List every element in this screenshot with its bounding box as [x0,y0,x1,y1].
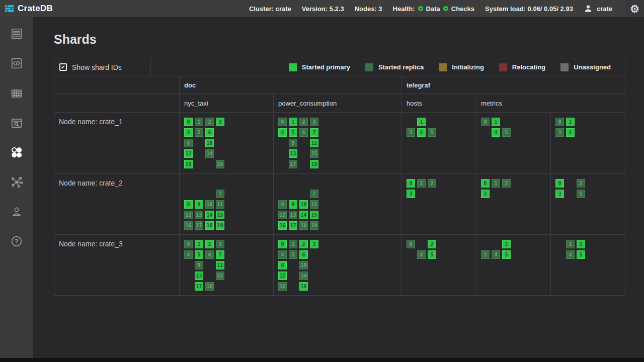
shard-cell-metrics_p1: 0145 [476,113,551,173]
shard-square: 13 [195,272,203,280]
shard-grid: 012345681012141618 [278,240,401,295]
shard-cell-power_consumption: 012345681012141618 [274,235,402,295]
shard-grid: 0245 [407,240,476,295]
shard-square: 1 [566,240,575,248]
health-checks-ok-icon [443,6,448,11]
node-row: Node name: crate_10123456810121416190123… [54,113,625,174]
schema-header-doc: doc [180,76,402,94]
shard-square: 14 [205,149,214,158]
table-header-spacer [54,94,180,112]
shard-square: 9 [289,139,297,147]
shard-grid: 1245 [555,240,625,295]
shard-grid: 0145 [481,118,550,173]
shard-square: 5 [289,250,297,259]
shard-square: 19 [216,221,224,230]
shard-cell-nyc_taxi: 0123456791113151718 [180,235,274,295]
shard-grid: 0123 [407,179,476,234]
table-header-power-consumption: power_consumption [274,94,402,112]
shard-square: 2 [205,240,214,248]
shard-square: 6 [299,128,308,137]
shard-square: 0 [481,179,490,188]
shard-square: 10 [299,261,308,269]
shard-cell-nyc_taxi: 78910111213141516171819 [180,174,274,234]
user-menu[interactable]: crate [584,4,614,13]
shard-square: 6 [205,250,214,259]
shard-square: 10 [205,139,214,147]
table-header-hosts: hosts [402,94,476,112]
shard-square: 3 [310,240,318,248]
shard-square: 11 [310,200,318,209]
cluster-name: Cluster: crate [249,5,291,13]
shard-square: 2 [502,179,511,188]
shard-square: 1 [289,240,297,248]
node-row: Node name: crate_30123456791113151718012… [54,235,625,295]
node-row: Node name: crate_27891011121314151617181… [54,174,625,235]
shard-square: 15 [216,211,224,219]
tables-icon [10,87,23,100]
shard-square: 4 [566,128,575,137]
sidebar-item-overview[interactable] [0,25,33,42]
shard-cell-power_consumption: 78910111213141516171819 [274,174,402,234]
legend-item: Relocating [499,63,545,71]
shard-square: 7 [216,250,224,259]
version: Version: 5.2.3 [302,5,344,13]
shard-square: 4 [278,250,287,259]
shard-square: 14 [205,211,214,219]
shard-square: 11 [310,139,318,147]
logo-text: CrateDB [18,4,53,14]
shard-square: 1 [566,118,575,126]
legend-item: Initializing [439,63,484,71]
shard-grid: 0123456791113151719 [278,118,401,173]
shard-square: 0 [481,118,490,126]
shard-square: 2 [502,240,511,248]
shard-square: 2 [428,179,436,188]
sidebar-item-console[interactable] [0,55,33,72]
shard-square: 18 [205,221,214,230]
shard-square: 18 [299,282,308,291]
overview-icon [10,27,23,40]
shard-cell-metrics_p2: 0235 [551,174,625,234]
sidebar-item-cluster[interactable] [0,173,33,191]
shard-square: 2 [205,118,214,126]
schema-header-spacer [54,76,180,94]
shard-square: 19 [310,221,318,230]
shard-square: 12 [278,211,287,219]
shard-square: 3 [216,240,224,248]
cratedb-logo[interactable]: CrateDB [5,4,53,14]
shard-square: 13 [195,211,203,219]
shard-square: 6 [299,250,308,259]
sidebar-item-tables[interactable] [0,85,33,102]
help-icon: ? [10,235,23,248]
shard-square: 19 [310,160,318,168]
legend-item: Started replica [365,63,424,71]
health-data-label: Data [426,5,440,13]
legend-swatch [439,63,447,71]
shard-square: 4 [417,128,426,137]
shard-square: 0 [184,240,193,248]
shard-square: 8 [184,200,193,209]
shard-cell-metrics_p2: 0134 [551,113,625,173]
shard-square: 1 [417,118,426,126]
sidebar-item-shards[interactable] [0,144,33,161]
shard-square: 3 [407,190,415,198]
health-status: Health: Data Checks [393,5,475,13]
schema-header-telegraf: telegraf [402,76,625,94]
shard-square: 7 [310,128,318,137]
shard-cell-hosts: 0245 [402,235,476,295]
shard-square: 8 [278,261,287,269]
show-shard-ids-checkbox[interactable]: ✔ [59,63,67,71]
shard-square: 2 [299,240,308,248]
sidebar-item-views[interactable] [0,115,33,132]
topbar: CrateDB Cluster: crate Version: 5.2.3 No… [0,0,644,17]
table-header-nyc-taxi: nyc_taxi [180,94,274,112]
sidebar-item-help[interactable]: ? [0,233,33,250]
shard-square: 16 [184,221,193,230]
bottom-strip [0,358,644,362]
shard-grid: 0123 [481,179,550,234]
settings-button[interactable]: ⚙ [625,0,644,17]
shard-square: 0 [278,240,287,248]
shard-square: 11 [216,261,224,269]
sidebar-item-users[interactable] [0,203,33,220]
console-icon [10,57,23,70]
shard-square: 7 [216,190,224,198]
